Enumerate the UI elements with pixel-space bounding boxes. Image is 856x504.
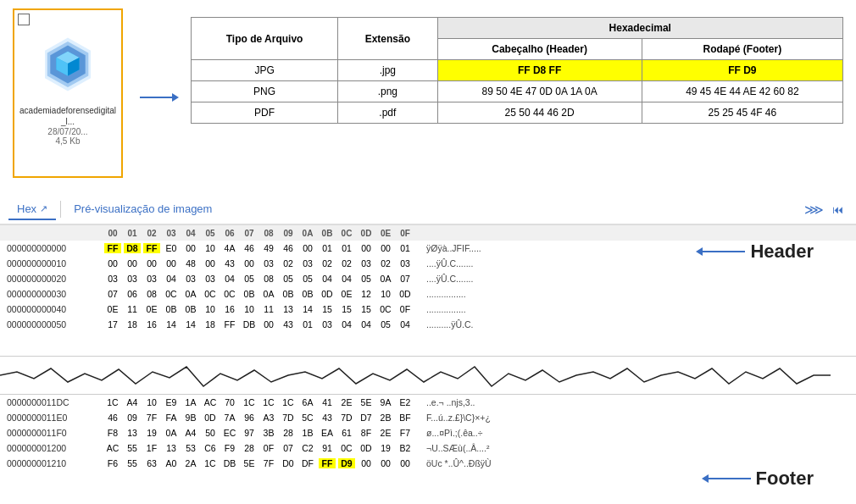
hex-byte: 03 <box>202 274 219 284</box>
hex-ascii: ..........ÿÛ.C. <box>418 319 528 330</box>
hex-byte: 0A <box>260 289 277 299</box>
hex-byte: 13 <box>163 443 180 453</box>
hex-byte: 14 <box>163 319 180 330</box>
arrow-line-header <box>703 251 745 252</box>
hex-byte: 14 <box>299 304 316 314</box>
hex-col-label: 01 <box>124 229 141 238</box>
file-checkbox[interactable] <box>18 14 30 25</box>
hex-byte: 0B <box>241 289 258 299</box>
hex-byte: 46 <box>280 243 297 253</box>
hex-byte: 0C <box>377 304 394 314</box>
hex-byte: 46 <box>104 413 121 423</box>
arrow-tip-header <box>696 247 703 256</box>
hex-address: 000000001200 <box>7 443 104 453</box>
hex-byte: DB <box>241 319 258 330</box>
hex-byte: 17 <box>104 319 121 330</box>
waveform-svg <box>0 357 831 395</box>
hex-byte: 05 <box>377 319 394 330</box>
hex-byte: 07 <box>104 289 121 299</box>
footer-label: Footer <box>756 468 814 490</box>
hex-byte: 16 <box>221 304 238 314</box>
top-section: academiadeforensedigital_l... 28/07/20..… <box>0 0 856 195</box>
hex-byte: 0E <box>143 304 160 314</box>
external-link-icon[interactable]: ↗ <box>40 203 47 214</box>
header-label: Header <box>750 241 814 263</box>
hex-col-label: 08 <box>260 229 277 238</box>
hex-byte: 00 <box>397 458 414 468</box>
hex-byte: 08 <box>143 289 160 299</box>
hex-bytes-group: 03030304030304050805050404050A07 <box>104 274 418 284</box>
hex-byte: 7D <box>280 413 297 423</box>
hex-address: 0000000011E0 <box>7 413 104 423</box>
col-header-footer: Rodapé (Footer) <box>642 39 842 60</box>
hex-byte: D0 <box>280 458 297 468</box>
file-card[interactable]: academiadeforensedigital_l... 28/07/20..… <box>13 8 123 178</box>
hex-byte: 12 <box>358 289 375 299</box>
hex-byte: 5C <box>299 413 316 423</box>
hex-byte: 7F <box>143 413 160 423</box>
hex-byte: 05 <box>358 274 375 284</box>
hex-byte: 01 <box>299 319 316 330</box>
hex-address: 000000001210 <box>7 458 104 468</box>
hex-byte: 97 <box>241 428 258 438</box>
hex-byte: 0C <box>338 443 355 453</box>
hex-byte: D7 <box>358 413 375 423</box>
hex-row: 0000000011DC1CA410E91AAC701C1C1C6A412E5E… <box>0 395 856 410</box>
hex-col-label: 0A <box>299 229 316 238</box>
hex-address: 000000000050 <box>7 319 104 330</box>
hex-byte: A3 <box>260 413 277 423</box>
cell-type: JPG <box>192 60 338 81</box>
hex-col-label: 07 <box>241 229 258 238</box>
hex-byte: 5E <box>358 397 375 407</box>
tab-preview[interactable]: Pré-visualização de imagem <box>65 199 220 220</box>
hex-byte: 1C <box>104 397 121 407</box>
hex-byte: 0D <box>202 413 219 423</box>
hex-byte: 19 <box>143 428 160 438</box>
hex-byte: 10 <box>202 304 219 314</box>
hex-byte: 03 <box>299 258 316 269</box>
tab-preview-label: Pré-visualização de imagem <box>74 202 212 215</box>
hex-ascii: F...ú..z.£}\C}×+¿ <box>418 413 528 423</box>
hex-byte: 00 <box>299 243 316 253</box>
hex-byte: 08 <box>260 274 277 284</box>
hex-byte: 00 <box>104 258 121 269</box>
app-container: academiadeforensedigital_l... 28/07/20..… <box>0 0 856 504</box>
nav-down-btn[interactable]: ⋙ <box>803 199 824 219</box>
hex-byte: B2 <box>397 443 414 453</box>
hex-byte: 02 <box>280 258 297 269</box>
cell-header: 25 50 44 46 2D <box>437 102 642 124</box>
hex-byte: F6 <box>104 458 121 468</box>
hex-byte: 03 <box>358 258 375 269</box>
hex-byte: 03 <box>182 274 199 284</box>
hex-byte: 14 <box>182 319 199 330</box>
hex-row: 0000000011E046097FFA9B0D7A96A37D5C437DD7… <box>0 410 856 425</box>
hex-byte: 00 <box>163 258 180 269</box>
hex-byte: 1C <box>260 397 277 407</box>
hex-byte: 05 <box>299 274 316 284</box>
tab-hex[interactable]: Hex ↗ <box>8 199 56 220</box>
hex-col-label: 06 <box>221 229 238 238</box>
hex-byte: 1B <box>299 428 316 438</box>
hex-byte: 0B <box>163 304 180 314</box>
nav-up-btn[interactable]: ⏮ <box>827 199 848 219</box>
hex-byte: 09 <box>124 413 141 423</box>
hex-byte: 0B <box>299 289 316 299</box>
cell-header: 89 50 4E 47 0D 0A 1A 0A <box>437 81 642 102</box>
hex-col-label: 0E <box>377 229 394 238</box>
hex-ascii: ....ÿÛ.C....... <box>418 274 528 284</box>
hex-bytes-group: 171816141418FFDB0043010304040504 <box>104 319 418 330</box>
hex-byte: 1A <box>182 397 199 407</box>
hex-byte: 04 <box>397 319 414 330</box>
hex-row: 0000000000400E110E0B0B101610111314151515… <box>0 302 856 317</box>
hex-byte: DB <box>221 458 238 468</box>
cell-type: PDF <box>192 102 338 124</box>
hex-byte: 53 <box>182 443 199 453</box>
hex-group-header: Hexadecimal <box>437 18 843 39</box>
hex-byte: 43 <box>280 319 297 330</box>
tabs-bar: Hex ↗ Pré-visualização de imagem ⋙ ⏮ <box>0 195 856 225</box>
hex-byte: BF <box>397 413 414 423</box>
hex-byte: 10 <box>202 243 219 253</box>
hex-col-label: 0B <box>319 229 336 238</box>
hex-byte: 04 <box>221 274 238 284</box>
hex-byte: D9 <box>338 458 355 468</box>
